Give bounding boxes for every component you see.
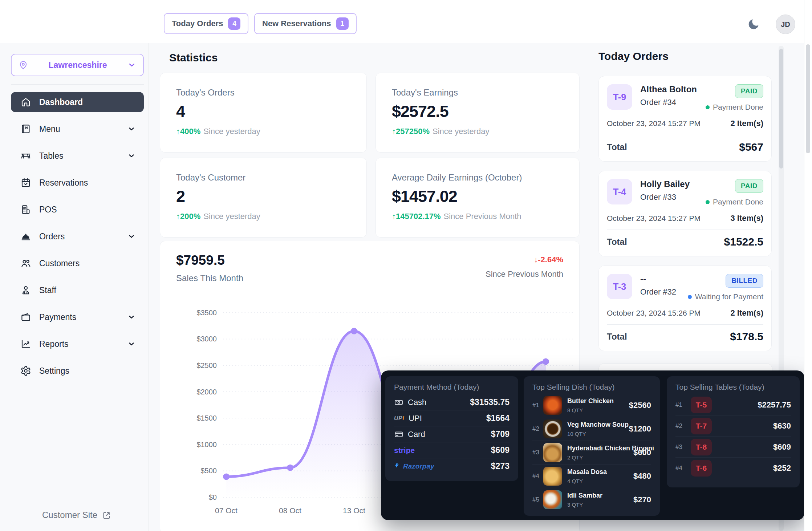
svg-text:$3000: $3000 <box>196 335 217 343</box>
status-badge: PAID <box>735 179 763 193</box>
page-scrollbar[interactable] <box>804 0 812 531</box>
payment-method-label: UPI <box>409 414 422 423</box>
dish-row: #4Masala Dosa4 QTY$480 <box>532 465 651 488</box>
table-badge: T-5 <box>691 397 712 413</box>
sidebar-item-customers[interactable]: Customers <box>11 253 144 273</box>
dish-name: Veg Manchow Soup <box>567 421 626 429</box>
sidebar-item-payments[interactable]: Payments <box>11 307 144 327</box>
sidebar-item-menu[interactable]: Menu <box>11 119 144 139</box>
sidebar-item-label: Dashboard <box>39 97 83 107</box>
sidebar-item-staff[interactable]: Staff <box>11 280 144 300</box>
order-items-count: 2 Item(s) <box>731 308 763 318</box>
table-badge: T-7 <box>691 418 712 434</box>
location-selector[interactable]: Lawrenceshire <box>11 54 144 76</box>
table-badge: T-8 <box>691 439 712 455</box>
order-total-value: $567 <box>739 141 763 153</box>
cloche-icon <box>20 231 31 242</box>
sidebar-item-label: Customers <box>39 259 80 268</box>
sidebar-item-dashboard[interactable]: Dashboard <box>11 92 144 112</box>
payment-method-amount: $1664 <box>486 413 509 423</box>
order-card-top: T-3--Order #32BILLEDWaiting for Payment <box>607 274 763 301</box>
stat-card-delta: ↑257250%Since yesterday <box>392 127 563 136</box>
dish-qty: 10 QTY <box>567 431 626 437</box>
order-info: Althea BoltonOrder #34 <box>640 84 697 107</box>
sidebar-item-label: Reports <box>39 339 69 349</box>
dish-rank: #3 <box>532 449 543 456</box>
chart-icon <box>20 339 31 349</box>
chevron-down-icon <box>127 60 137 70</box>
dish-name: Butter Chicken <box>567 397 626 405</box>
sales-delta-label: Since Previous Month <box>486 269 563 279</box>
order-number: Order #34 <box>640 98 697 107</box>
stat-delta-value: ↑145702.17% <box>392 212 441 221</box>
chevron-down-icon <box>127 232 136 241</box>
dish-amount: $600 <box>633 448 651 457</box>
payment-method-row: UPIUPI$1664 <box>394 410 509 426</box>
today-orders-list: T-9Althea BoltonOrder #34PAIDPayment Don… <box>598 76 772 351</box>
calendar-check-icon <box>20 177 31 188</box>
user-icon <box>20 285 31 296</box>
today-orders-button-label: Today Orders <box>172 19 223 28</box>
sidebar-item-tables[interactable]: Tables <box>11 146 144 166</box>
razorpay-bolt-icon <box>394 462 401 471</box>
payment-method-row: Cash$31535.75 <box>394 394 509 410</box>
order-card-top: T-4Holly BaileyOrder #33PAIDPayment Done <box>607 179 763 206</box>
sidebar-item-settings[interactable]: Settings <box>11 361 144 381</box>
avatar[interactable]: JD <box>776 15 795 34</box>
order-number: Order #32 <box>640 287 676 297</box>
table-amount: $252 <box>773 463 791 473</box>
dish-amount: $480 <box>633 471 651 481</box>
status-dot-icon <box>706 105 710 109</box>
stat-delta-value: ↑400% <box>176 127 200 136</box>
sidebar-item-reservations[interactable]: Reservations <box>11 173 144 193</box>
razorpay-logo-text: Razorpay <box>403 462 434 470</box>
today-orders-button[interactable]: Today Orders 4 <box>164 13 248 34</box>
payment-method-row: Card$709 <box>394 426 509 442</box>
sidebar-item-pos[interactable]: POS <box>11 199 144 220</box>
dish-qty: 2 QTY <box>567 454 630 461</box>
stat-delta-suffix: Since yesterday <box>433 127 490 136</box>
dish-name: Masala Dosa <box>567 468 630 476</box>
pos-icon <box>20 204 31 215</box>
dish-rank: #4 <box>532 473 543 480</box>
payment-method-label: Card <box>408 430 425 439</box>
payment-method-row: stripe$609 <box>394 442 509 458</box>
moon-icon[interactable] <box>747 17 760 31</box>
order-date: October 23, 2024 15:26 PM <box>607 309 701 317</box>
table-row: #2T-7$630 <box>675 416 791 437</box>
food-image <box>543 396 562 415</box>
sidebar-item-label: Tables <box>39 151 63 161</box>
chart-point[interactable] <box>543 358 549 365</box>
chart-point[interactable] <box>287 465 293 471</box>
top-dishes-rows: #1Butter Chicken8 QTY$2560#2Veg Manchow … <box>532 394 651 511</box>
sidebar-item-orders[interactable]: Orders <box>11 226 144 247</box>
table-rank: #2 <box>675 422 686 430</box>
dish-rank: #5 <box>532 496 543 503</box>
stat-card-value: $2572.5 <box>392 102 563 121</box>
payment-method-row: Razorpay$273 <box>394 458 509 474</box>
order-card[interactable]: T-3--Order #32BILLEDWaiting for PaymentO… <box>598 266 772 351</box>
external-link-icon <box>102 510 111 520</box>
page-scrollbar-thumb[interactable] <box>806 44 810 153</box>
stat-delta-value: ↑257250% <box>392 127 430 136</box>
customer-site-label: Customer Site <box>42 510 97 520</box>
dish-amount: $1200 <box>629 424 651 434</box>
sidebar-nav: DashboardMenuTablesReservationsPOSOrders… <box>11 92 144 381</box>
dashboard-page: Today Orders 4 New Reservations 1 JD Law… <box>0 0 812 531</box>
customer-site-link[interactable]: Customer Site <box>42 510 111 520</box>
payment-method-panel: Payment Method (Today) Cash$31535.75UPIU… <box>385 376 518 481</box>
order-card[interactable]: T-4Holly BaileyOrder #33PAIDPayment Done… <box>598 171 772 256</box>
order-items-count: 2 Item(s) <box>731 119 763 128</box>
cash-icon <box>394 398 403 407</box>
orders-scrollbar-thumb[interactable] <box>779 49 783 169</box>
chevron-down-icon <box>127 340 136 348</box>
top-dishes-title: Top Selling Dish (Today) <box>532 383 651 392</box>
chart-point[interactable] <box>351 328 357 335</box>
stat-delta-suffix: Since yesterday <box>203 212 260 221</box>
order-card[interactable]: T-9Althea BoltonOrder #34PAIDPayment Don… <box>598 76 772 162</box>
svg-text:07 Oct: 07 Oct <box>215 506 237 515</box>
chart-point[interactable] <box>223 473 230 480</box>
sidebar-item-reports[interactable]: Reports <box>11 334 144 354</box>
new-reservations-button[interactable]: New Reservations 1 <box>254 13 357 34</box>
status-badge: BILLED <box>726 274 763 288</box>
